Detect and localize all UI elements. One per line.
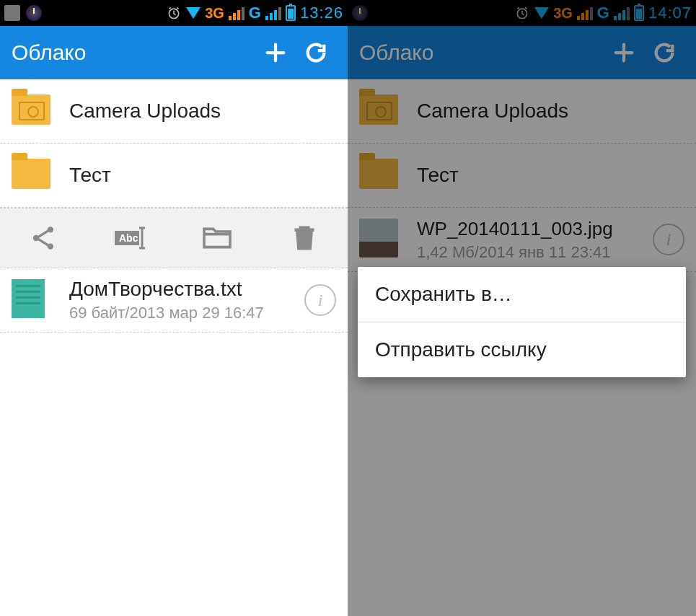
- file-row-selected[interactable]: ДомТворчества.txt 69 байт/2013 мар 29 16…: [0, 268, 348, 333]
- signal-sim1-icon: [229, 6, 245, 20]
- file-name: ДомТворчества.txt: [69, 278, 304, 301]
- folder-row-camera-uploads[interactable]: Camera Uploads: [0, 79, 348, 144]
- network-3g-label: 3G: [205, 5, 224, 22]
- screenshot-left: 3G G 13:26 Облако Camera Uploads Тест: [0, 0, 348, 616]
- file-list: Camera Uploads Тест Abc ДомТворчества.tx…: [0, 79, 348, 333]
- screenshot-right: 3G G 14:07 Облако Camera Uploads Тест: [348, 0, 696, 616]
- text-file-icon: [12, 279, 45, 318]
- status-bar: 3G G 13:26: [0, 0, 348, 26]
- folder-name: Camera Uploads: [69, 100, 336, 123]
- move-button[interactable]: [200, 221, 234, 255]
- context-menu: Сохранить в… Отправить ссылку: [358, 267, 686, 377]
- menu-item-save-to[interactable]: Сохранить в…: [358, 267, 686, 322]
- add-button[interactable]: [255, 32, 296, 73]
- app-title: Облако: [12, 40, 255, 65]
- folder-name: Тест: [69, 164, 336, 187]
- folder-row-test[interactable]: Тест: [0, 144, 348, 208]
- folder-icon: [12, 159, 50, 189]
- signal-sim2-icon: [265, 6, 281, 20]
- delete-button[interactable]: [287, 221, 322, 255]
- clock-time: 13:26: [300, 4, 343, 22]
- selection-toolbar: Abc: [0, 208, 348, 268]
- svg-text:Abc: Abc: [119, 232, 138, 244]
- app-notification-icon: [26, 5, 42, 21]
- refresh-button[interactable]: [296, 32, 336, 73]
- rename-button[interactable]: Abc: [113, 221, 148, 255]
- gallery-icon: [4, 5, 20, 21]
- camera-folder-icon: [12, 94, 50, 125]
- wifi-icon: [186, 7, 201, 19]
- file-meta: 69 байт/2013 мар 29 16:47: [69, 304, 304, 322]
- menu-item-send-link[interactable]: Отправить ссылку: [358, 322, 686, 377]
- app-bar: Облако: [0, 26, 348, 79]
- network-g-label: G: [249, 4, 261, 22]
- alarm-icon: [166, 5, 182, 21]
- svg-rect-10: [294, 229, 314, 232]
- info-button[interactable]: i: [304, 284, 336, 316]
- share-button[interactable]: [26, 221, 61, 255]
- battery-icon: [286, 5, 296, 21]
